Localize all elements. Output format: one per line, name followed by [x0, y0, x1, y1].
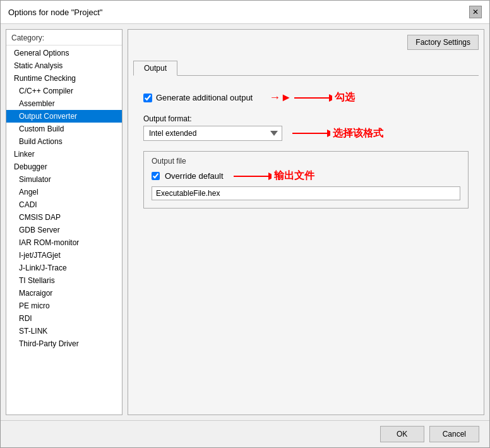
- sidebar-item-simulator[interactable]: Simulator: [6, 173, 122, 186]
- generate-output-label: Generate additional output: [156, 93, 253, 102]
- generate-output-row: Generate additional output →► 勾选: [143, 91, 469, 104]
- sidebar-item-pe-micro[interactable]: PE micro: [6, 300, 122, 312]
- factory-settings-button[interactable]: Factory Settings: [407, 35, 479, 50]
- output-file-group: Output file Override default: [143, 151, 469, 209]
- annotation-arrow2: [292, 127, 330, 140]
- arrow-right-icon1: →►: [269, 91, 292, 104]
- title-bar: Options for node "Project" ✕: [1, 1, 489, 24]
- content-area: Generate additional output →► 勾选: [133, 86, 479, 409]
- tab-bar: Output: [133, 60, 479, 76]
- sidebar-item-third-party-driver[interactable]: Third-Party Driver: [6, 337, 122, 350]
- tab-output[interactable]: Output: [133, 61, 177, 76]
- override-default-checkbox[interactable]: [152, 172, 160, 180]
- factory-settings-row: Factory Settings: [133, 35, 479, 50]
- sidebar-item-linker[interactable]: Linker: [6, 148, 122, 160]
- sidebar-item-angel[interactable]: Angel: [6, 186, 122, 198]
- sidebar-item-custom-build[interactable]: Custom Build: [6, 123, 122, 135]
- sidebar-item-rdi[interactable]: RDI: [6, 312, 122, 325]
- override-default-label: Override default: [165, 171, 224, 181]
- output-format-section: Output format: Intel extendedIntel stand…: [143, 114, 469, 141]
- sidebar-item-debugger[interactable]: Debugger: [6, 160, 122, 173]
- override-row: Override default 输出文件: [152, 169, 460, 183]
- right-panel: Factory Settings Output Generate additio…: [128, 29, 484, 415]
- sidebar-item-static-analysis[interactable]: Static Analysis: [6, 59, 122, 72]
- annotation-text1: 勾选: [335, 91, 355, 104]
- sidebar-item-macraigor[interactable]: Macraigor: [6, 287, 122, 300]
- sidebar-item-output-converter[interactable]: Output Converter: [6, 110, 122, 123]
- output-format-label: Output format:: [143, 114, 469, 123]
- sidebar-item-st-link[interactable]: ST-LINK: [6, 325, 122, 337]
- category-list: General OptionsStatic AnalysisRuntime Ch…: [6, 45, 122, 415]
- generate-output-checkbox[interactable]: [143, 94, 152, 102]
- sidebar-item-build-actions[interactable]: Build Actions: [6, 135, 122, 148]
- annotation-arrow1: [294, 92, 332, 104]
- annotation-arrow3: [234, 170, 272, 183]
- sidebar-item-general-options[interactable]: General Options: [6, 47, 122, 59]
- select-row: Intel extendedIntel standardMotorolaBina…: [143, 126, 469, 141]
- dialog-footer: OK Cancel: [1, 420, 489, 447]
- dialog: Options for node "Project" ✕ Category: G…: [0, 0, 490, 448]
- cancel-button[interactable]: Cancel: [429, 426, 479, 442]
- output-file-legend: Output file: [152, 157, 460, 166]
- sidebar-item-iar-rom-monitor[interactable]: IAR ROM-monitor: [6, 236, 122, 249]
- category-label: Category:: [6, 30, 122, 45]
- output-file-input[interactable]: [152, 186, 460, 200]
- close-button[interactable]: ✕: [469, 6, 482, 18]
- dialog-title: Options for node "Project": [8, 8, 102, 17]
- sidebar-item-runtime-checking[interactable]: Runtime Checking: [6, 72, 122, 85]
- ok-button[interactable]: OK: [380, 426, 424, 442]
- sidebar-item-i-jet-jtagjet[interactable]: I-jet/JTAGjet: [6, 249, 122, 262]
- sidebar-item-j-link-j-trace[interactable]: J-Link/J-Trace: [6, 262, 122, 274]
- dialog-body: Category: General OptionsStatic Analysis…: [1, 24, 489, 420]
- left-panel: Category: General OptionsStatic Analysis…: [6, 29, 122, 415]
- annotation-text3: 输出文件: [274, 169, 314, 183]
- sidebar-item-cmsis-dap[interactable]: CMSIS DAP: [6, 211, 122, 224]
- sidebar-item-gdb-server[interactable]: GDB Server: [6, 224, 122, 236]
- sidebar-item-ti-stellaris[interactable]: TI Stellaris: [6, 274, 122, 287]
- annotation-text2: 选择该格式: [333, 127, 383, 140]
- sidebar-item-cpp-compiler[interactable]: C/C++ Compiler: [6, 85, 122, 97]
- output-format-select[interactable]: Intel extendedIntel standardMotorolaBina…: [143, 126, 282, 141]
- sidebar-item-cadi[interactable]: CADI: [6, 198, 122, 211]
- sidebar-item-assembler[interactable]: Assembler: [6, 97, 122, 110]
